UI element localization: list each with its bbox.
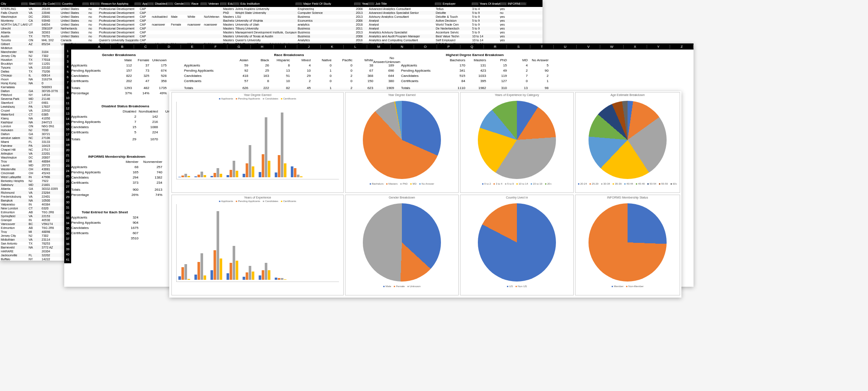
column-letter[interactable]: W: [600, 45, 624, 49]
column-header[interactable]: Edu▾: [227, 2, 240, 5]
filter-dropdown-icon[interactable]: ▾: [220, 3, 226, 5]
cell[interactable]: United States: [60, 31, 88, 34]
cell[interactable]: Netherlands: [60, 27, 88, 30]
row-number[interactable]: 25: [64, 175, 71, 180]
cell[interactable]: Gilbert: [0, 43, 28, 46]
bar-chart[interactable]: Year Degree EarnedApplicantsPending Appl…: [171, 92, 344, 193]
cell[interactable]: Masters: [222, 31, 234, 34]
cell[interactable]: 22046: [41, 11, 60, 14]
cell[interactable]: yes: [499, 15, 518, 18]
cell[interactable]: Tilburg University: [234, 27, 297, 30]
stat-row[interactable]: Pending Applicants15773674: [71, 68, 167, 73]
column-letter[interactable]: U: [554, 45, 577, 49]
cell[interactable]: no: [88, 23, 98, 26]
cell[interactable]: Male: [170, 15, 187, 18]
column-letter[interactable]: L: [344, 45, 367, 49]
cell[interactable]: Masters: [222, 35, 234, 38]
cell[interactable]: 2011: [355, 27, 368, 30]
row-number[interactable]: 19: [64, 143, 71, 149]
cell[interactable]: LSU: [234, 15, 297, 18]
row-number[interactable]: 5: [64, 70, 71, 76]
column-letter[interactable]: X: [624, 45, 647, 49]
stat-row[interactable]: Certificants20247358: [71, 78, 167, 83]
cell[interactable]: yes: [499, 35, 518, 38]
cell[interactable]: Computer Science: [297, 11, 355, 14]
row-number[interactable]: 20: [64, 149, 71, 154]
cell[interactable]: United States: [60, 35, 88, 38]
stat-row[interactable]: Applicants5926840038189: [184, 63, 394, 68]
column-header[interactable]: Year▾: [361, 2, 375, 5]
cell[interactable]: Wright State University: [234, 11, 297, 14]
row-number[interactable]: 30: [64, 201, 71, 206]
stat-row[interactable]: Pending Applicants922513101067696: [184, 68, 394, 73]
cell[interactable]: 5 to 9: [471, 19, 499, 22]
stat-row[interactable]: Certificants57810200150380: [184, 78, 394, 83]
cell[interactable]: Management Development Institute, Gurgao…: [234, 31, 297, 34]
pie-chart[interactable]: Age Estimate Breakdown20-2425-2930-3435-…: [575, 92, 680, 193]
pie-chart[interactable]: Gender BreakdownMaleFemaleUnknown: [345, 195, 459, 295]
cell[interactable]: 30363: [41, 31, 60, 34]
column-letter[interactable]: V: [577, 45, 600, 49]
column-letter[interactable]: T: [530, 45, 554, 49]
column-header[interactable]: App▾: [141, 2, 154, 5]
cell[interactable]: 10 to 14: [471, 35, 499, 38]
cell[interactable]: Monterey: [0, 19, 28, 22]
cell[interactable]: Analyst: [368, 19, 435, 22]
cell[interactable]: Masters: [222, 7, 234, 10]
cell[interactable]: 84054: [41, 23, 60, 26]
cell[interactable]: Atlanta: [0, 31, 28, 34]
table-row[interactable]: Utrecht3581EPNetherlandsnoProfessional D…: [0, 27, 542, 30]
column-header[interactable]: Edu Institution▾: [240, 2, 302, 5]
stat-row[interactable]: Certificants607: [71, 230, 138, 235]
cell[interactable]: 5 to 9: [471, 11, 499, 14]
cell[interactable]: Professional Development: [98, 7, 139, 10]
column-letter[interactable]: K: [321, 45, 344, 49]
stat-row[interactable]: Applicants324: [71, 215, 138, 220]
column-header[interactable]: Job Title▾: [375, 2, 442, 5]
row-number[interactable]: 34: [64, 222, 71, 227]
row-number[interactable]: 17: [64, 133, 71, 138]
filter-dropdown-icon[interactable]: ▾: [368, 3, 374, 5]
row-number[interactable]: 31: [64, 206, 71, 211]
cell[interactable]: yes: [499, 27, 518, 30]
cell[interactable]: Business: [297, 31, 355, 34]
row-number[interactable]: 32: [64, 211, 71, 216]
row-number[interactable]: 9: [64, 91, 71, 96]
cell[interactable]: CAP: [139, 35, 151, 38]
row-number[interactable]: 33: [64, 216, 71, 222]
cell[interactable]: analytics: [297, 23, 355, 26]
cell[interactable]: United States: [60, 11, 88, 14]
column-letter[interactable]: O: [414, 45, 437, 49]
cell[interactable]: Advanced Analytics Consultant: [368, 7, 435, 10]
row-number[interactable]: 14: [64, 117, 71, 123]
row-number[interactable]: 3: [64, 60, 71, 65]
cell[interactable]: STERLING: [0, 7, 28, 10]
cell[interactable]: White: [187, 15, 203, 18]
filter-dropdown-icon[interactable]: ▾: [201, 3, 207, 5]
filter-dropdown-icon[interactable]: ▾: [519, 3, 526, 5]
column-header[interactable]: Employer▾: [442, 2, 479, 5]
cell[interactable]: United States: [60, 23, 88, 26]
cell[interactable]: no: [88, 7, 98, 10]
row-number[interactable]: 18: [64, 138, 71, 143]
table-row[interactable]: Falls ChurchVA22046United StatesnoProfes…: [0, 11, 542, 15]
cell[interactable]: notdisabled: [151, 15, 170, 18]
cell[interactable]: noanswer: [187, 23, 203, 26]
cell[interactable]: 2013: [355, 11, 368, 14]
cell[interactable]: Queen's University Suggestio: [98, 39, 139, 42]
cell[interactable]: Utrecht: [0, 27, 28, 30]
cell[interactable]: no: [88, 31, 98, 34]
cell[interactable]: Johns Hopkins University: [234, 7, 297, 10]
cell[interactable]: CAP: [139, 39, 151, 42]
cell[interactable]: CAP: [139, 7, 151, 10]
row-number[interactable]: 21: [64, 154, 71, 159]
filter-dropdown-icon[interactable]: ▾: [35, 3, 41, 5]
cell[interactable]: yes: [499, 19, 518, 22]
row-number[interactable]: 8: [64, 86, 71, 91]
cell[interactable]: 85234: [41, 43, 60, 46]
row-number[interactable]: 28: [64, 190, 71, 196]
column-header[interactable]: Veteran▾: [207, 2, 227, 5]
cell[interactable]: 3581EP: [41, 27, 60, 30]
cell[interactable]: Analytics Advisory Specialist: [368, 31, 435, 34]
pie-chart[interactable]: Year Degree EarnedBachelorsMastersPhDMDN…: [345, 92, 459, 193]
